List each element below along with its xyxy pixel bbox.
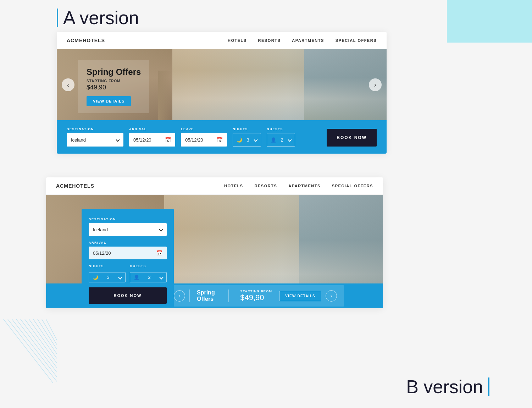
fp-destination-chevron <box>159 227 163 231</box>
fp-guests-label: GUESTS <box>130 264 167 268</box>
fp-nights-field: NIGHTS 🌙 3 <box>89 264 126 282</box>
carousel-prev-a[interactable]: ‹ <box>62 78 74 91</box>
navbar-a: ACMEHOTELS HOTELS RESORTS APARTMENTS SPE… <box>57 32 387 49</box>
svg-line-1 <box>8 319 57 381</box>
nav-link-special-offers-b[interactable]: SPECIAL OFFERS <box>332 184 373 188</box>
destination-select-a[interactable]: Iceland <box>67 133 123 147</box>
nav-link-hotels[interactable]: HOTELS <box>228 38 247 43</box>
nav-logo-a: ACMEHOTELS <box>67 38 105 43</box>
nav-link-special-offers[interactable]: SPECIAL OFFERS <box>336 38 377 43</box>
svg-line-4 <box>21 319 57 368</box>
view-details-button-a[interactable]: VIEW DETAILS <box>87 96 131 106</box>
version-b-text: B version <box>406 376 483 397</box>
fp-guests-chevron <box>159 275 163 279</box>
bottom-offer-text: Spring Offers <box>189 290 229 302</box>
leave-cal-icon-a: 📅 <box>217 137 223 143</box>
svg-line-2 <box>12 319 57 377</box>
guests-value-a: 2 <box>281 137 283 143</box>
moon-icon-a: 🌙 <box>237 137 242 143</box>
destination-field-a: DESTINATION Iceland <box>67 127 123 147</box>
leave-label-a: LEAVE <box>181 127 227 131</box>
arrival-value-a: 05/12/20 <box>133 137 151 143</box>
bottom-price: $49,90 <box>240 293 272 302</box>
guests-label-a: GUESTS <box>267 127 295 131</box>
version-b-label: B version <box>406 376 489 397</box>
fp-arrival-label: ARRIVAL <box>89 241 167 244</box>
nights-field-a: NIGHTS 🌙 3 <box>233 127 261 147</box>
logo-acme: ACME <box>67 38 83 43</box>
deco-lines-block <box>0 316 57 387</box>
logo-hotels-b: HOTELS <box>72 183 94 189</box>
fp-guests-field: GUESTS 👤 2 <box>130 264 167 282</box>
nights-label-a: NIGHTS <box>233 127 261 131</box>
nights-value-a: 3 <box>246 137 249 143</box>
guests-select-a[interactable]: 👤 2 <box>267 133 295 147</box>
arrival-field-a: ARRIVAL 05/12/20 📅 <box>129 127 175 147</box>
version-a-text: A version <box>63 7 139 28</box>
svg-line-0 <box>4 319 53 383</box>
floating-booking-panel: DESTINATION Iceland ARRIVAL 05/12/20 📅 N… <box>82 209 174 308</box>
fp-nights-value: 3 <box>107 275 109 280</box>
leave-value-a: 05/12/20 <box>185 137 203 143</box>
fp-guests-select[interactable]: 👤 2 <box>130 272 167 282</box>
logo-acme-b: ACME <box>56 183 72 189</box>
leave-field-a: LEAVE 05/12/20 📅 <box>181 127 227 147</box>
bottom-bar-inner: ‹ Spring Offers STARTING FROM $49,90 VIE… <box>167 285 344 307</box>
arrival-label-a: ARRIVAL <box>129 127 175 131</box>
fp-arrival-value: 05/12/20 <box>93 250 111 256</box>
arrival-cal-icon-a: 📅 <box>165 137 171 143</box>
card-version-b: ACMEHOTELS HOTELS RESORTS APARTMENTS SPE… <box>46 177 383 308</box>
view-details-button-b[interactable]: VIEW DETAILS <box>279 291 321 301</box>
destination-chevron-a <box>116 138 120 142</box>
nights-select-a[interactable]: 🌙 3 <box>233 133 261 147</box>
logo-hotels: HOTELS <box>83 38 105 43</box>
bottom-next-b[interactable]: › <box>326 290 337 302</box>
hero-title-a: Spring Offers <box>87 67 141 77</box>
svg-line-6 <box>29 319 57 358</box>
nav-link-apartments[interactable]: APARTMENTS <box>292 38 324 43</box>
fp-destination-select[interactable]: Iceland <box>89 223 167 236</box>
card-version-a: ACMEHOTELS HOTELS RESORTS APARTMENTS SPE… <box>57 32 387 154</box>
arrival-date-a[interactable]: 05/12/20 📅 <box>129 133 175 147</box>
bottom-offer-title: Spring Offers <box>197 290 221 302</box>
book-now-button-a[interactable]: BOOK NOW <box>327 129 377 147</box>
fp-nights-chevron <box>118 275 122 279</box>
person-icon-a: 👤 <box>271 137 276 143</box>
destination-label-a: DESTINATION <box>67 127 123 131</box>
fp-nights-select[interactable]: 🌙 3 <box>89 272 126 282</box>
bottom-prev-b[interactable]: ‹ <box>174 290 185 302</box>
destination-value-a: Iceland <box>71 137 86 143</box>
hero-price-a: $49,90 <box>87 84 141 91</box>
book-now-button-b[interactable]: BOOK NOW <box>89 287 167 304</box>
nav-links-a: HOTELS RESORTS APARTMENTS SPECIAL OFFERS <box>228 38 377 43</box>
fp-person-icon: 👤 <box>134 275 139 280</box>
leave-date-a[interactable]: 05/12/20 📅 <box>181 133 227 147</box>
nav-logo-b: ACMEHOTELS <box>56 183 94 189</box>
nights-chevron-a <box>254 138 257 142</box>
guests-chevron-a <box>288 138 292 142</box>
carousel-next-a[interactable]: › <box>369 78 382 91</box>
bottom-price-section: STARTING FROM $49,90 <box>233 290 279 302</box>
fp-nights-label: NIGHTS <box>89 264 126 268</box>
version-a-label: A version <box>57 7 139 28</box>
fp-destination-value: Iceland <box>93 227 108 232</box>
deco-teal-block <box>447 0 532 43</box>
fp-guests-value: 2 <box>148 275 150 280</box>
nav-link-resorts-b[interactable]: RESORTS <box>255 184 277 188</box>
svg-line-3 <box>16 319 57 372</box>
hero-starting-from-a: STARTING FROM <box>87 79 141 83</box>
nav-links-b: HOTELS RESORTS APARTMENTS SPECIAL OFFERS <box>224 184 373 188</box>
nav-link-hotels-b[interactable]: HOTELS <box>224 184 243 188</box>
fp-destination-label: DESTINATION <box>89 217 167 221</box>
guests-field-a: GUESTS 👤 2 <box>267 127 295 147</box>
nav-link-apartments-b[interactable]: APARTMENTS <box>288 184 321 188</box>
nav-link-resorts[interactable]: RESORTS <box>258 38 281 43</box>
booking-bar-a: DESTINATION Iceland ARRIVAL 05/12/20 📅 L… <box>57 120 387 154</box>
hero-a: Spring Offers STARTING FROM $49,90 VIEW … <box>57 49 387 120</box>
navbar-b: ACMEHOTELS HOTELS RESORTS APARTMENTS SPE… <box>46 177 383 195</box>
hero-b: DESTINATION Iceland ARRIVAL 05/12/20 📅 N… <box>46 195 383 308</box>
fp-moon-icon: 🌙 <box>93 275 98 280</box>
fp-arrival-date[interactable]: 05/12/20 📅 <box>89 247 167 259</box>
bottom-starting-from-label: STARTING FROM <box>240 290 272 293</box>
fp-cal-icon: 📅 <box>156 250 162 256</box>
